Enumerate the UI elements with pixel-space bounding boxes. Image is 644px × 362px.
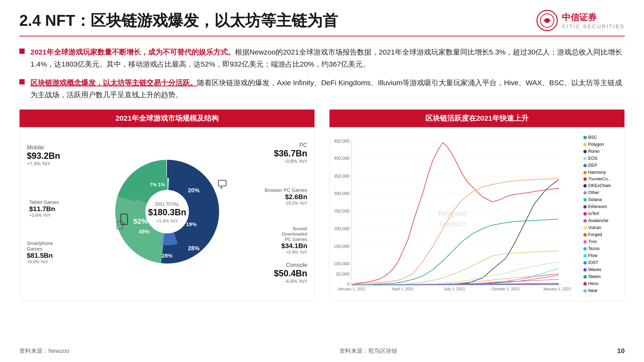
svg-text:0: 0 bbox=[347, 281, 350, 287]
svg-text:250,000: 250,000 bbox=[334, 209, 350, 214]
legend-harmony: Harmony bbox=[583, 170, 620, 175]
legend-dot-flow bbox=[583, 254, 587, 258]
donut-svg: 2021 TOTAL $180.3Bn +1.4% YoY 20% 19% 7%… bbox=[107, 151, 228, 272]
legend-tezos: Tezos bbox=[583, 246, 620, 251]
legend-label-forged: Forged bbox=[588, 232, 602, 237]
legend-vulcan: Vulcan bbox=[583, 225, 620, 230]
page-number: 10 bbox=[617, 347, 625, 355]
bullet-item-1: 2021年全球游戏玩家数量不断增长，成为不可替代的娱乐方式。根据Newzoo的2… bbox=[19, 46, 625, 70]
right-chart-inner: 450,000 400,000 350,000 300,000 250,000 … bbox=[334, 132, 620, 296]
svg-text:Analytics: Analytics bbox=[439, 220, 466, 228]
svg-text:45%: 45% bbox=[139, 229, 149, 235]
svg-text:19%: 19% bbox=[186, 221, 196, 227]
right-chart-box: 区块链活跃度在2021年快速上升 450,000 400,000 350,000… bbox=[329, 109, 625, 301]
legend-dot-other bbox=[583, 191, 587, 195]
svg-text:October 1, 2021: October 1, 2021 bbox=[492, 287, 520, 291]
svg-text:350,000: 350,000 bbox=[334, 174, 350, 179]
legend-dep: DEP bbox=[583, 163, 620, 168]
legend-dot-iotex bbox=[583, 212, 587, 216]
legend-label-waves: Waves bbox=[588, 267, 601, 272]
legend-other: Other bbox=[583, 190, 620, 195]
legend-near: Near bbox=[583, 288, 620, 293]
line-solana bbox=[352, 269, 559, 285]
svg-text:April 1, 2021: April 1, 2021 bbox=[392, 287, 414, 291]
legend-forged: Forged bbox=[583, 232, 620, 237]
legend-label-bsc: BSC bbox=[588, 135, 597, 140]
svg-text:150,000: 150,000 bbox=[334, 244, 350, 249]
right-chart-content: 450,000 400,000 350,000 300,000 250,000 … bbox=[330, 127, 624, 301]
bullet-item-2: 区块链游戏概念爆发，以太坊等主链交易十分活跃。随着区块链游戏的爆发，Axie I… bbox=[19, 77, 625, 101]
svg-text:100,000: 100,000 bbox=[334, 261, 350, 266]
svg-text:January 1, 2022: January 1, 2022 bbox=[543, 287, 571, 291]
legend-avalanche: Avalanche bbox=[583, 218, 620, 223]
legend-dot-polygon bbox=[583, 143, 587, 146]
legend-label-solana: Solana bbox=[588, 197, 602, 202]
svg-text:450,000: 450,000 bbox=[334, 138, 350, 144]
legend-dot-tezos bbox=[583, 247, 587, 251]
legend-polygon: Polygon bbox=[583, 142, 620, 147]
left-chart-title: 2021年全球游戏市场规模及结构 bbox=[20, 110, 314, 127]
svg-text:200,000: 200,000 bbox=[334, 226, 350, 231]
label-mobile: Mobile $93.2Bn +7.3% YoY bbox=[27, 144, 60, 167]
bullet-bold-1: 2021年全球游戏玩家数量不断增长，成为不可替代的娱乐方式。 bbox=[30, 48, 235, 56]
source-right: 资料来源：鸵鸟区块链 bbox=[340, 347, 397, 355]
legend-dot-avalanche bbox=[583, 219, 587, 223]
svg-text:footprint: footprint bbox=[438, 209, 467, 218]
line-chart-area: 450,000 400,000 350,000 300,000 250,000 … bbox=[334, 132, 581, 296]
legend-dot-harmony bbox=[583, 171, 587, 174]
legend-eos: EOS bbox=[583, 156, 620, 161]
right-chart-title: 区块链活跃度在2021年快速上升 bbox=[330, 110, 624, 127]
legend-dot-steem bbox=[583, 275, 587, 279]
legend-wax: WAX bbox=[583, 132, 620, 133]
footer: 资料来源：Newzoo 资料来源：鸵鸟区块链 10 bbox=[19, 347, 625, 355]
label-tablet: Tablet Games $11.7Bn +2.6% YoY bbox=[29, 200, 59, 218]
svg-text:52%: 52% bbox=[133, 217, 148, 225]
label-smartphone: Smartphone Games $81.5Bn +8.0% YoY bbox=[27, 241, 53, 265]
legend-label-flow: Flow bbox=[588, 253, 598, 258]
source-left: 资料来源：Newzoo bbox=[19, 347, 69, 355]
legend-label-eos: EOS bbox=[588, 156, 598, 161]
legend-label-okex: OKExChain bbox=[588, 183, 611, 188]
company-name-en: CITIC SECURITIES bbox=[562, 23, 625, 30]
label-console: Console $50.4Bn -6.6% YoY bbox=[274, 262, 307, 284]
svg-text:50,000: 50,000 bbox=[336, 272, 350, 277]
bullet-section: 2021年全球游戏玩家数量不断增长，成为不可替代的娱乐方式。根据Newzoo的2… bbox=[19, 46, 625, 101]
bullet-marker-2 bbox=[19, 79, 25, 84]
svg-text:300,000: 300,000 bbox=[334, 191, 350, 196]
legend-flow: Flow bbox=[583, 253, 620, 258]
legend-ethereum: Ethereum bbox=[583, 204, 620, 209]
donut-chart-area: Mobile $93.2Bn +7.3% YoY Tablet Games $1… bbox=[24, 132, 310, 296]
svg-text:400,000: 400,000 bbox=[334, 156, 350, 161]
bullet-text-1: 2021年全球游戏玩家数量不断增长，成为不可替代的娱乐方式。根据Newzoo的2… bbox=[30, 46, 625, 70]
logo-area: 中信证券 CITIC SECURITIES bbox=[536, 10, 625, 31]
bullet-text-2: 区块链游戏概念爆发，以太坊等主链交易十分活跃。随着区块链游戏的爆发，Axie I… bbox=[30, 77, 625, 101]
label-pc: PC $36.7Bn -0.8% YoY bbox=[274, 142, 307, 164]
charts-row: 2021年全球游戏市场规模及结构 Mobile $93.2Bn +7.3% Yo… bbox=[19, 109, 625, 301]
legend-dot-bsc bbox=[583, 136, 587, 139]
page: 2.4 NFT：区块链游戏爆发，以太坊等主链为首 中信证券 CITIC SECU… bbox=[0, 0, 644, 362]
legend-iost: IOST bbox=[583, 260, 620, 265]
legend-label-harmony: Harmony bbox=[588, 170, 606, 175]
label-boxed: Boxed/ Downloaded PC Games $34.1Bn +0.9%… bbox=[282, 226, 307, 255]
legend-iotex: IoTeX bbox=[583, 211, 620, 216]
legend-tron: Tron bbox=[583, 239, 620, 244]
bullet-marker-1 bbox=[19, 48, 25, 54]
legend-dot-solana bbox=[583, 198, 587, 202]
legend-label-wax: WAX bbox=[588, 132, 598, 133]
legend-dot-ethereum bbox=[583, 205, 587, 209]
legend-dot-waves bbox=[583, 268, 587, 272]
legend-label-ronin: Ronin bbox=[588, 149, 600, 154]
legend-label-iost: IOST bbox=[588, 260, 598, 265]
svg-text:7% 1%: 7% 1% bbox=[150, 182, 165, 187]
label-browser: Browser PC Games $2.6Bn -18.2% YoY bbox=[264, 188, 307, 206]
legend-dot-eos bbox=[583, 157, 587, 160]
line-bsc bbox=[352, 219, 559, 285]
left-chart-content: Mobile $93.2Bn +7.3% YoY Tablet Games $1… bbox=[20, 127, 314, 301]
company-name-cn: 中信证券 bbox=[562, 11, 625, 23]
legend-bsc: BSC bbox=[583, 135, 620, 140]
svg-text:January 1, 2021: January 1, 2021 bbox=[338, 287, 366, 291]
legend-dot-wax bbox=[583, 132, 587, 132]
legend-label-steem: Steem bbox=[588, 274, 601, 279]
legend-dot-thundercore bbox=[583, 177, 587, 181]
legend-klaytn: Klaytn bbox=[583, 295, 620, 296]
